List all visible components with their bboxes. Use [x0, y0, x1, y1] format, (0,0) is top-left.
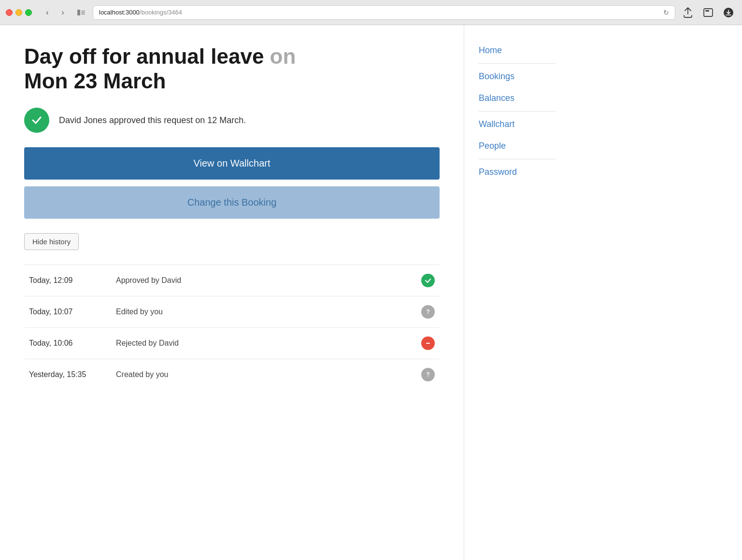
history-table: Today, 12:09 Approved by David Today, 10… [24, 265, 440, 390]
share-icon[interactable] [680, 5, 696, 20]
sidebar-link-balances[interactable]: Balances [479, 93, 514, 103]
title-main: Day off for annual leave [24, 44, 264, 68]
pending-status-icon: ? [421, 368, 435, 381]
sidebar-nav: HomeBookingsBalancesWallchartPeoplePassw… [479, 40, 556, 183]
forward-button[interactable]: › [56, 6, 70, 19]
history-status [415, 265, 440, 296]
history-time: Today, 10:06 [24, 328, 111, 359]
sidebar-divider [479, 159, 556, 159]
hide-history-button[interactable]: Hide history [24, 233, 79, 250]
title-date: Mon 23 March [24, 69, 166, 93]
sidebar-link-password[interactable]: Password [479, 167, 517, 177]
reload-button[interactable]: ↻ [663, 9, 669, 16]
url-path: /bookings/3464 [140, 9, 182, 16]
svg-text:?: ? [426, 371, 429, 378]
pending-status-icon: ? [421, 305, 435, 319]
sidebar-item-balances[interactable]: Balances [479, 87, 556, 109]
history-row: Yesterday, 15:35 Created by you ? [24, 359, 440, 391]
svg-rect-0 [77, 10, 80, 15]
back-button[interactable]: ‹ [41, 6, 54, 19]
close-button[interactable] [6, 9, 13, 16]
history-status: ? [415, 359, 440, 391]
svg-rect-5 [705, 10, 709, 12]
history-row: Today, 10:06 Rejected by David [24, 328, 440, 359]
toolbar-icons [680, 5, 736, 20]
sidebar-item-wallchart[interactable]: Wallchart [479, 113, 556, 135]
history-time: Today, 10:07 [24, 296, 111, 328]
history-status: ? [415, 296, 440, 328]
sidebar-item-people[interactable]: People [479, 135, 556, 157]
content-area: Day off for annual leave on Mon 23 March… [0, 25, 464, 560]
svg-rect-2 [81, 12, 85, 13]
sidebar-link-bookings[interactable]: Bookings [479, 71, 514, 81]
sidebar-item-password[interactable]: Password [479, 161, 556, 183]
url-host: localhost:3000 [99, 9, 140, 16]
change-booking-button[interactable]: Change this Booking [24, 186, 440, 219]
history-row: Today, 10:07 Edited by you ? [24, 296, 440, 328]
sidebar-link-wallchart[interactable]: Wallchart [479, 119, 514, 129]
sidebar-item-home[interactable]: Home [479, 40, 556, 61]
sidebar-link-home[interactable]: Home [479, 45, 502, 55]
approval-text: David Jones approved this request on 12 … [59, 115, 246, 126]
rejected-status-icon [421, 336, 435, 350]
tab-icon[interactable] [700, 5, 716, 20]
url-bar[interactable]: localhost:3000/bookings/3464 ↻ [93, 5, 675, 20]
approved-status-icon [421, 274, 435, 287]
svg-text:?: ? [426, 308, 429, 315]
main-layout: Day off for annual leave on Mon 23 March… [0, 25, 742, 560]
sidebar: HomeBookingsBalancesWallchartPeoplePassw… [464, 25, 570, 560]
approved-icon [24, 108, 49, 133]
history-action: Rejected by David [111, 328, 415, 359]
svg-rect-3 [81, 14, 85, 14]
approval-notice: David Jones approved this request on 12 … [24, 108, 440, 133]
sidebar-divider [479, 63, 556, 64]
history-status [415, 328, 440, 359]
sidebar-link-people[interactable]: People [479, 141, 506, 151]
history-row: Today, 12:09 Approved by David [24, 265, 440, 296]
nav-buttons: ‹ › [41, 6, 70, 19]
browser-chrome: ‹ › localhost:3000/bookings/3464 ↻ [0, 0, 742, 25]
history-action: Created by you [111, 359, 415, 391]
fullscreen-button[interactable] [25, 9, 32, 16]
history-time: Today, 12:09 [24, 265, 111, 296]
sidebar-item-bookings[interactable]: Bookings [479, 66, 556, 87]
download-icon[interactable] [721, 5, 736, 20]
view-on-wallchart-button[interactable]: View on Wallchart [24, 147, 440, 180]
minimize-button[interactable] [15, 9, 22, 16]
url-text: localhost:3000/bookings/3464 [99, 9, 182, 16]
title-connector: on [270, 44, 296, 68]
history-time: Yesterday, 15:35 [24, 359, 111, 391]
history-action: Edited by you [111, 296, 415, 328]
svg-rect-4 [704, 9, 713, 16]
page-title: Day off for annual leave on Mon 23 March [24, 44, 440, 93]
traffic-lights [6, 9, 32, 16]
sidebar-toggle-button[interactable] [74, 6, 88, 19]
history-action: Approved by David [111, 265, 415, 296]
sidebar-divider [479, 111, 556, 112]
svg-rect-1 [81, 11, 85, 12]
